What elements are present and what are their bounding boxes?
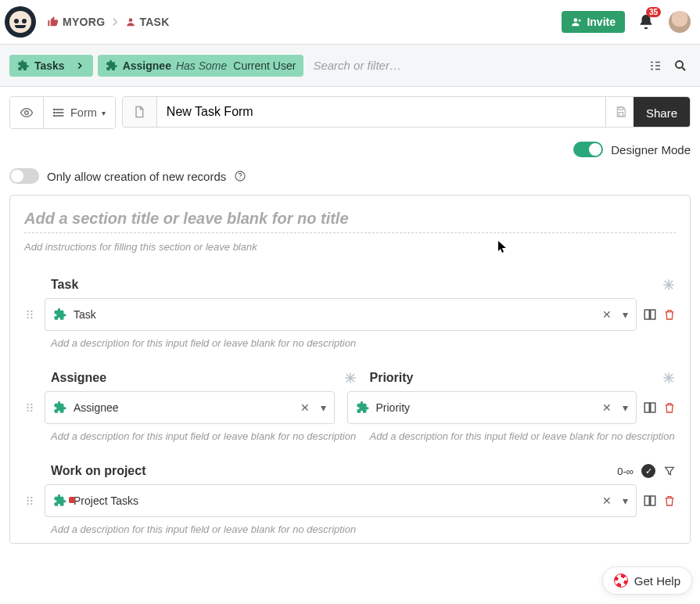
share-button[interactable]: Share [634, 97, 690, 128]
field-selector-value: Project Tasks [74, 494, 593, 507]
save-icon[interactable] [605, 97, 637, 127]
cardinality-badge[interactable]: 0-∞ [617, 466, 634, 477]
breadcrumb-entity[interactable]: TASK [139, 16, 169, 28]
filter-pill[interactable]: Assignee Has Some Current User [98, 55, 304, 77]
person-plus-icon [571, 16, 582, 27]
split-columns-icon[interactable] [643, 307, 657, 322]
clear-icon[interactable]: ✕ [599, 494, 615, 507]
svg-point-17 [27, 314, 29, 315]
form-title-input[interactable] [157, 97, 605, 127]
field-selector[interactable]: Project Tasks ✕ ▾ [45, 484, 637, 517]
filter-bar: Tasks Assignee Has Some Current User [0, 45, 700, 87]
clear-icon[interactable]: ✕ [297, 401, 313, 414]
visibility-toggle-button[interactable] [10, 97, 43, 128]
svg-rect-11 [619, 107, 623, 110]
field-selector-value: Priority [376, 401, 594, 414]
search-icon[interactable] [670, 56, 691, 76]
field-description-input[interactable]: Add a description for this input field o… [51, 430, 357, 442]
svg-point-27 [27, 410, 29, 412]
field-label[interactable]: Assignee [51, 371, 106, 385]
user-avatar[interactable] [669, 11, 691, 33]
required-star-icon[interactable] [662, 278, 676, 292]
svg-point-15 [27, 311, 29, 312]
filter-op-label: Has Some [176, 59, 227, 72]
split-columns-icon[interactable] [643, 401, 657, 415]
breadcrumb-org[interactable]: MYORG [63, 16, 105, 28]
field-label[interactable]: Task [51, 278, 78, 292]
delete-icon[interactable] [663, 401, 676, 414]
field-description-input[interactable]: Add a description for this input field o… [51, 337, 676, 349]
search-input[interactable] [308, 52, 641, 78]
caret-down-icon[interactable]: ▾ [621, 308, 630, 321]
field-label[interactable]: Priority [370, 371, 414, 385]
chevron-right-icon [108, 15, 122, 29]
svg-point-8 [54, 109, 55, 110]
puzzle-icon [53, 307, 67, 322]
section-instructions-input[interactable]: Add instructions for filling this sectio… [24, 233, 676, 256]
get-help-button[interactable]: Get Help [602, 566, 692, 595]
allow-creation-row: Only allow creation of new records [0, 164, 700, 195]
puzzle-icon [106, 59, 118, 72]
invite-button[interactable]: Invite [562, 11, 625, 33]
designer-mode-toggle[interactable] [573, 142, 603, 157]
title-bar: Form ▾ Share [0, 87, 700, 138]
delete-icon[interactable] [663, 494, 676, 507]
caret-down-icon[interactable]: ▾ [319, 401, 328, 414]
caret-down-icon[interactable]: ▾ [621, 401, 630, 414]
field-description-input[interactable]: Add a description for this input field o… [51, 523, 676, 535]
svg-point-26 [31, 407, 32, 408]
svg-point-33 [27, 500, 29, 502]
field-selector[interactable]: Task ✕ ▾ [45, 298, 637, 331]
svg-rect-37 [644, 496, 649, 505]
svg-rect-21 [644, 310, 649, 319]
notifications-button[interactable]: 35 [637, 13, 655, 31]
drag-handle-icon[interactable] [24, 401, 38, 415]
field-selector[interactable]: Assignee ✕ ▾ [45, 391, 335, 424]
svg-point-16 [31, 311, 32, 312]
check-badge-icon[interactable]: ✓ [641, 464, 655, 478]
field-selector-value: Assignee [74, 401, 291, 414]
svg-line-3 [682, 67, 685, 70]
share-label: Share [646, 106, 677, 120]
designer-mode-label: Designer Mode [611, 143, 691, 156]
svg-point-18 [31, 314, 32, 315]
section-title-input[interactable]: Add a section title or leave blank for n… [24, 210, 676, 233]
svg-point-35 [27, 503, 29, 505]
app-logo[interactable] [5, 6, 36, 38]
caret-down-icon: ▾ [102, 109, 106, 117]
clear-icon[interactable]: ✕ [599, 308, 615, 321]
field-label[interactable]: Work on project [51, 464, 146, 478]
filter-icon[interactable] [663, 465, 676, 477]
svg-point-28 [31, 410, 32, 412]
delete-icon[interactable] [663, 308, 676, 321]
svg-point-20 [31, 317, 32, 318]
caret-down-icon[interactable]: ▾ [621, 494, 630, 507]
svg-point-32 [31, 497, 32, 498]
field-selector[interactable]: Priority ✕ ▾ [347, 391, 637, 424]
help-icon[interactable] [234, 170, 246, 182]
required-star-icon[interactable] [662, 371, 676, 385]
app-header: MYORG TASK Invite 35 [0, 0, 700, 45]
svg-rect-30 [651, 403, 655, 412]
svg-point-9 [54, 112, 55, 113]
svg-point-0 [129, 18, 133, 22]
svg-point-23 [27, 404, 29, 405]
field-description-input[interactable]: Add a description for this input field o… [370, 430, 677, 442]
svg-rect-12 [619, 113, 623, 117]
drag-handle-icon[interactable] [24, 494, 38, 508]
view-switcher-group: Form ▾ [9, 96, 116, 129]
view-type-label: Form [70, 106, 97, 119]
invite-label: Invite [587, 16, 616, 28]
form-canvas: Add a section title or leave blank for n… [9, 195, 691, 544]
drag-handle-icon[interactable] [24, 307, 38, 322]
split-columns-icon[interactable] [643, 494, 657, 508]
list-columns-icon[interactable] [645, 56, 666, 76]
required-star-icon[interactable] [343, 371, 357, 385]
puzzle-icon [53, 401, 67, 415]
view-type-dropdown[interactable]: Form ▾ [44, 97, 115, 128]
allow-creation-label: Only allow creation of new records [47, 170, 226, 183]
clear-icon[interactable]: ✕ [599, 401, 615, 414]
allow-creation-toggle[interactable] [9, 168, 39, 184]
breadcrumb: MYORG TASK [47, 15, 170, 29]
entity-pill[interactable]: Tasks [9, 55, 93, 77]
